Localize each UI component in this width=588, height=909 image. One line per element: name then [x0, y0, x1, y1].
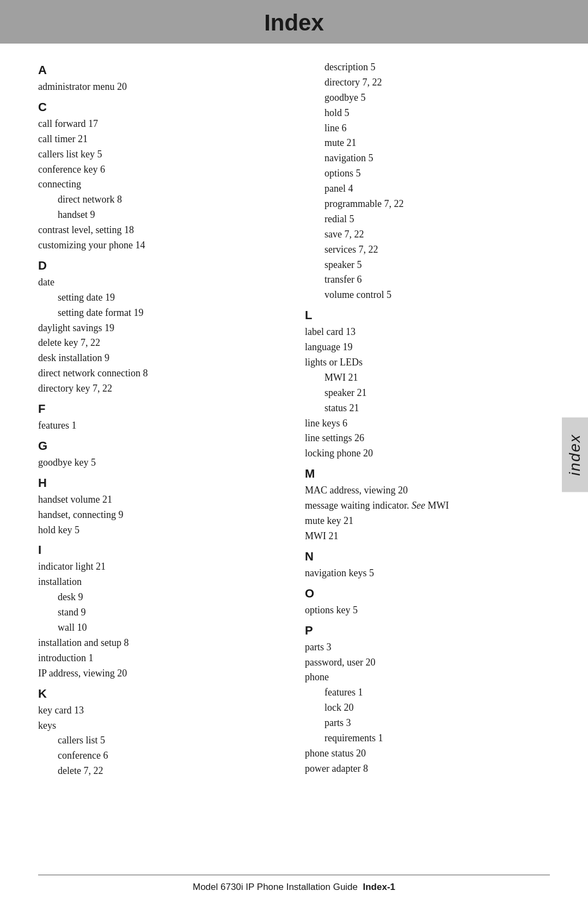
list-item: line settings 26: [305, 431, 550, 446]
list-item: transfer 6: [305, 272, 550, 288]
section-a: A administrator menu 20: [38, 63, 283, 95]
list-item: label card 13: [305, 325, 550, 340]
list-item: conference key 6: [38, 162, 283, 178]
list-item: customizing your phone 14: [38, 238, 283, 253]
list-item: introduction 1: [38, 651, 283, 666]
list-item: contrast level, setting 18: [38, 223, 283, 238]
list-item: handset, connecting 9: [38, 508, 283, 523]
list-item: administrator menu 20: [38, 80, 283, 95]
list-item: desk installation 9: [38, 351, 283, 366]
list-item: callers list 5: [38, 733, 283, 748]
section-i: I indicator light 21 installation desk 9…: [38, 543, 283, 681]
list-item: mute key 21: [305, 514, 550, 529]
list-item: options 5: [305, 166, 550, 181]
list-item: line 6: [305, 121, 550, 136]
list-item: MWI 21: [305, 529, 550, 544]
section-k: K key card 13 keys callers list 5 confer…: [38, 687, 283, 779]
list-item: goodbye 5: [305, 90, 550, 106]
list-item: parts 3: [305, 640, 550, 655]
list-item: MWI 21: [305, 370, 550, 386]
section-letter-o: O: [305, 587, 550, 601]
list-item: setting date format 19: [38, 306, 283, 321]
list-item: phone: [305, 670, 550, 685]
list-item: phone status 20: [305, 746, 550, 761]
list-item: programmable 7, 22: [305, 197, 550, 212]
list-item: hold 5: [305, 106, 550, 121]
list-item: handset volume 21: [38, 492, 283, 508]
section-g: G goodbye key 5: [38, 439, 283, 471]
list-item: navigation keys 5: [305, 566, 550, 581]
section-letter-i: I: [38, 543, 283, 557]
list-item: direct network 8: [38, 192, 283, 208]
list-item: goodbye key 5: [38, 455, 283, 471]
list-item: parts 3: [305, 716, 550, 731]
section-d: D date setting date 19 setting date form…: [38, 259, 283, 396]
list-item: installation: [38, 575, 283, 590]
section-letter-f: F: [38, 402, 283, 416]
list-item: features 1: [305, 685, 550, 700]
list-item: directory key 7, 22: [38, 381, 283, 396]
list-item: callers list key 5: [38, 147, 283, 162]
list-item: lights or LEDs: [305, 355, 550, 370]
list-item: date: [38, 275, 283, 290]
list-item: MAC address, viewing 20: [305, 483, 550, 498]
list-item: line keys 6: [305, 416, 550, 431]
section-letter-n: N: [305, 550, 550, 564]
list-item: directory 7, 22: [305, 75, 550, 90]
list-item: conference 6: [38, 748, 283, 764]
list-item: volume control 5: [305, 288, 550, 303]
section-o: O options key 5: [305, 587, 550, 618]
section-letter-k: K: [38, 687, 283, 701]
page-title: Index: [0, 10, 588, 36]
list-item: requirements 1: [305, 731, 550, 746]
list-item: connecting: [38, 177, 283, 192]
list-item: stand 9: [38, 605, 283, 620]
list-item: status 21: [305, 401, 550, 416]
list-item: wall 10: [38, 620, 283, 636]
section-h: H handset volume 21 handset, connecting …: [38, 476, 283, 538]
side-tab: index: [562, 417, 588, 492]
left-column: A administrator menu 20 C call forward 1…: [38, 60, 283, 784]
list-item: daylight savings 19: [38, 321, 283, 336]
section-f: F features 1: [38, 402, 283, 434]
list-item: keys: [38, 718, 283, 734]
section-c: C call forward 17 call timer 21 callers …: [38, 100, 283, 253]
list-item: language 19: [305, 340, 550, 355]
list-item: direct network connection 8: [38, 366, 283, 381]
list-item: password, user 20: [305, 655, 550, 670]
list-item: key card 13: [38, 703, 283, 718]
section-letter-p: P: [305, 624, 550, 638]
section-letter-m: M: [305, 467, 550, 481]
list-item: speaker 5: [305, 258, 550, 273]
list-item: desk 9: [38, 590, 283, 605]
section-m: M MAC address, viewing 20 message waitin…: [305, 467, 550, 544]
list-item: call timer 21: [38, 132, 283, 147]
section-letter-c: C: [38, 100, 283, 114]
list-item: hold key 5: [38, 523, 283, 538]
section-letter-h: H: [38, 476, 283, 490]
section-n: N navigation keys 5: [305, 550, 550, 581]
footer-normal-text: Model 6730i IP Phone Installation Guide: [193, 882, 358, 893]
list-item: message waiting indicator. See MWI: [305, 498, 550, 514]
list-item: options key 5: [305, 603, 550, 618]
footer-bold-text: Index-1: [363, 882, 395, 893]
list-item: speaker 21: [305, 386, 550, 401]
section-letter-d: D: [38, 259, 283, 273]
right-column: description 5 directory 7, 22 goodbye 5 …: [305, 60, 550, 784]
list-item: navigation 5: [305, 151, 550, 166]
page-footer: Model 6730i IP Phone Installation Guide …: [38, 875, 550, 893]
list-item: IP address, viewing 20: [38, 666, 283, 681]
list-item: call forward 17: [38, 117, 283, 132]
list-item: services 7, 22: [305, 242, 550, 258]
page-header: Index: [0, 0, 588, 44]
section-l: L label card 13 language 19 lights or LE…: [305, 308, 550, 461]
list-item: redial 5: [305, 212, 550, 227]
section-p: P parts 3 password, user 20 phone featur…: [305, 624, 550, 777]
list-item: indicator light 21: [38, 559, 283, 575]
section-letter-g: G: [38, 439, 283, 453]
list-item: delete 7, 22: [38, 764, 283, 779]
list-item: delete key 7, 22: [38, 335, 283, 351]
list-item: lock 20: [305, 700, 550, 716]
list-item: description 5: [305, 60, 550, 75]
list-item: power adapter 8: [305, 761, 550, 777]
